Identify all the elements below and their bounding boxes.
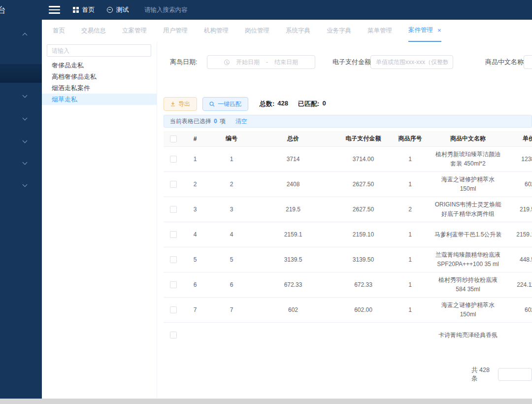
row-checkbox[interactable] — [170, 181, 177, 188]
chevron-up-icon[interactable] — [23, 32, 29, 37]
topnav-test[interactable]: 测试 — [107, 5, 129, 14]
chevron-down-icon[interactable] — [23, 116, 29, 122]
cell-index: 2 — [183, 181, 207, 188]
match-summary: 总数: 428 已匹配: 0 — [260, 100, 326, 108]
cell-seq: 1 — [397, 281, 424, 288]
case-filter-input[interactable] — [47, 44, 151, 57]
selection-suffix: 项 — [220, 117, 226, 126]
topnav-home[interactable]: 首页 — [73, 5, 95, 14]
case-type-item[interactable]: 烟草走私 — [42, 94, 157, 105]
col-header-code: 编号 — [207, 135, 256, 143]
chevron-down-icon[interactable] — [23, 139, 29, 145]
date-end-placeholder: 结束日期 — [274, 58, 298, 67]
case-type-item[interactable]: 奢侈品走私 — [42, 60, 157, 71]
cell-payment: 2159.10 — [330, 231, 397, 238]
tab-bar: 首页交易信息立案管理用户管理机构管理岗位管理系统字典业务字典菜单管理 案件管理 … — [42, 20, 532, 42]
cell-index: 7 — [183, 306, 207, 313]
table-row: 2 2 2408 2627.50 1 海蓝之谜修护精萃水 150ml 602 — [164, 172, 532, 197]
date-range-picker[interactable]: 开始日期 - 结束日期 — [207, 55, 315, 69]
tab-item[interactable]: 业务字典 — [327, 20, 351, 42]
cell-product-name: 马爹利蓝带干邑1.5公升装 — [424, 227, 512, 242]
tab-item[interactable]: 交易信息 — [81, 20, 106, 42]
sidebar — [0, 20, 42, 399]
product-name-filter-label: 商品中文名称: — [485, 55, 526, 69]
cell-payment: 2627.50 — [330, 206, 397, 213]
content-area: 首页交易信息立案管理用户管理机构管理岗位管理系统字典业务字典菜单管理 案件管理 … — [42, 20, 532, 404]
case-type-panel: 奢侈品走私高档奢侈品走私烟酒走私案件烟草走私 — [42, 42, 157, 404]
cell-payment: 672.33 — [330, 281, 397, 288]
tab-item[interactable]: 首页 — [53, 20, 65, 42]
cell-product-name: 卡诗菁纯亮泽经典香氛 — [424, 328, 512, 343]
cell-index: 5 — [183, 256, 207, 263]
row-checkbox[interactable] — [170, 332, 177, 338]
product-name-input[interactable] — [524, 55, 532, 69]
main-panel: 离岛日期: 开始日期 - 结束日期 电子支付金额: 商品中文名称: — [157, 42, 532, 404]
col-header-total: 总价 — [256, 135, 330, 143]
payment-amount-input[interactable] — [370, 55, 453, 69]
date-start-placeholder: 开始日期 — [236, 58, 260, 67]
page-size-select[interactable] — [498, 368, 532, 381]
date-filter-label: 离岛日期: — [170, 55, 198, 69]
row-checkbox[interactable] — [170, 206, 177, 213]
tab-case-management[interactable]: 案件管理 × — [408, 20, 441, 42]
col-header-name: 商品中文名称 — [424, 131, 512, 146]
one-click-match-button[interactable]: 一键匹配 — [202, 97, 248, 111]
case-type-item[interactable]: 高档奢侈品走私 — [42, 71, 157, 82]
cell-total: 2408 — [256, 181, 330, 188]
payment-filter-label: 电子支付金额: — [332, 55, 373, 69]
row-checkbox[interactable] — [170, 231, 177, 238]
table-row: 3 3 219.5 2627.50 2 ORIGINS韦博士灵芝焕能好底子精华水… — [164, 197, 532, 222]
row-checkbox[interactable] — [170, 256, 177, 263]
date-separator: - — [266, 59, 268, 66]
cell-seq: 1 — [397, 181, 424, 188]
cell-index: 1 — [183, 156, 207, 163]
chevron-down-icon[interactable] — [23, 161, 29, 167]
tab-item[interactable]: 立案管理 — [122, 20, 147, 42]
tab-item[interactable]: 系统字典 — [286, 20, 310, 42]
topbar-nav: 首页 测试 — [73, 0, 129, 20]
hamburger-menu-icon[interactable] — [49, 6, 60, 14]
chevron-down-icon[interactable] — [23, 183, 29, 189]
col-header-payment: 电子支付金额 — [330, 135, 397, 143]
tab-item[interactable]: 岗位管理 — [245, 20, 269, 42]
cell-total: 2159.1 — [256, 231, 330, 238]
global-search-input[interactable] — [144, 4, 253, 16]
row-checkbox[interactable] — [170, 306, 177, 313]
cell-unit-price: 224.11 — [512, 281, 532, 288]
select-all-checkbox[interactable] — [170, 135, 177, 142]
table-row: 卡诗菁纯亮泽经典香氛 — [164, 323, 532, 345]
matched-label: 已匹配: — [298, 100, 319, 108]
cell-seq: 1 — [397, 231, 424, 238]
row-checkbox[interactable] — [170, 156, 177, 163]
row-checkbox[interactable] — [170, 281, 177, 288]
cell-unit-price: 602 — [512, 181, 532, 188]
cell-payment: 3714.00 — [330, 156, 397, 163]
cell-seq: 1 — [397, 156, 424, 163]
chevron-down-icon[interactable] — [23, 94, 29, 100]
tab-item[interactable]: 用户管理 — [163, 20, 188, 42]
cell-product-name: 植村秀羽纱持妆粉底液 584 35ml — [424, 272, 512, 297]
close-icon[interactable]: × — [437, 27, 441, 34]
tab-label: 案件管理 — [408, 26, 433, 34]
sidebar-active-item[interactable] — [0, 64, 42, 83]
cell-payment: 602.00 — [330, 306, 397, 313]
tab-item[interactable]: 机构管理 — [204, 20, 229, 42]
col-header-unit-price: 单价 — [512, 135, 532, 143]
selection-count: 0 — [214, 118, 217, 125]
cell-total: 602 — [256, 306, 330, 313]
export-button[interactable]: 导出 — [164, 97, 197, 111]
download-icon — [170, 101, 175, 106]
clock-icon — [224, 60, 230, 65]
table-header: # 编号 总价 电子支付金额 商品序号 商品中文名称 单价 — [164, 131, 532, 147]
search-icon — [209, 101, 215, 107]
tab-item[interactable]: 菜单管理 — [367, 20, 392, 42]
cell-total: 3714 — [256, 156, 330, 163]
clear-selection-link[interactable]: 清空 — [235, 117, 247, 126]
selection-info-bar: 当前表格已选择 0 项 清空 — [164, 115, 532, 128]
table-toolbar: 导出 一键匹配 总数: 428 已匹配: 0 — [164, 97, 326, 111]
table-row: 1 1 3714 3714.00 1 植村秀新琥珀臻萃洁颜油套装 450ml*2… — [164, 147, 532, 172]
cell-index: 6 — [183, 281, 207, 288]
total-value: 428 — [277, 100, 288, 108]
case-type-item[interactable]: 烟酒走私案件 — [42, 82, 157, 94]
cell-unit-price: 602 — [512, 306, 532, 313]
